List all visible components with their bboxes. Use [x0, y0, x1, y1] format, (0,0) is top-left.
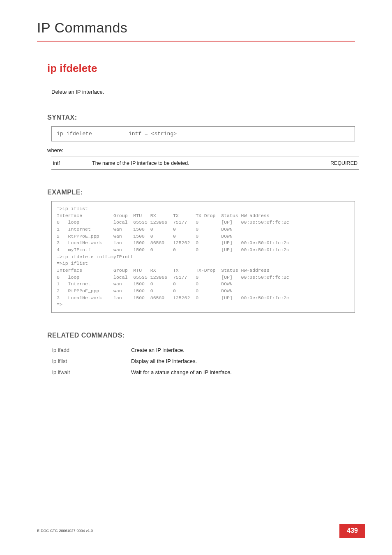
related-desc: Display all the IP interfaces.	[131, 356, 232, 366]
related-row: ip iflist Display all the IP interfaces.	[52, 356, 232, 366]
related-table: ip ifadd Create an IP interface. ip ifli…	[51, 344, 233, 378]
related-cmd: ip ifwait	[52, 367, 130, 377]
related-row: ip ifwait Wait for a status change of an…	[52, 367, 232, 377]
syntax-box: ip ifdeleteintf = <string>	[51, 126, 355, 141]
footer-page-number: 439	[339, 524, 365, 538]
related-desc: Wait for a status change of an IP interf…	[131, 367, 232, 377]
param-name: intf	[51, 157, 90, 170]
param-row: intf The name of the IP interface to be …	[51, 157, 359, 170]
page-content: ip ifdelete Delete an IP interface. SYNT…	[0, 42, 392, 378]
related-cmd: ip ifadd	[52, 345, 130, 355]
where-label: where:	[47, 147, 355, 153]
syntax-command: ip ifdelete	[57, 131, 129, 137]
related-row: ip ifadd Create an IP interface.	[52, 345, 232, 355]
syntax-args: intf = <string>	[129, 131, 177, 137]
header-title: IP Commands	[37, 20, 355, 36]
example-label: EXAMPLE:	[47, 189, 355, 196]
related-label: RELATED COMMANDS:	[47, 332, 355, 339]
page-header: IP Commands	[0, 0, 392, 42]
footer-doc-id: E-DOC-CTC-20061027-0004 v1.0	[37, 529, 93, 533]
related-desc: Create an IP interface.	[131, 345, 232, 355]
param-desc: The name of the IP interface to be delet…	[90, 157, 297, 170]
param-required: REQUIRED	[297, 157, 359, 170]
params-table: intf The name of the IP interface to be …	[51, 157, 359, 170]
syntax-label: SYNTAX:	[47, 114, 355, 121]
command-description: Delete an IP interface.	[51, 89, 355, 95]
page-footer: E-DOC-CTC-20061027-0004 v1.0 439	[37, 524, 365, 538]
command-title: ip ifdelete	[47, 62, 355, 75]
example-box: =>ip iflist Interface Group MTU RX TX TX…	[51, 201, 355, 313]
related-cmd: ip iflist	[52, 356, 130, 366]
